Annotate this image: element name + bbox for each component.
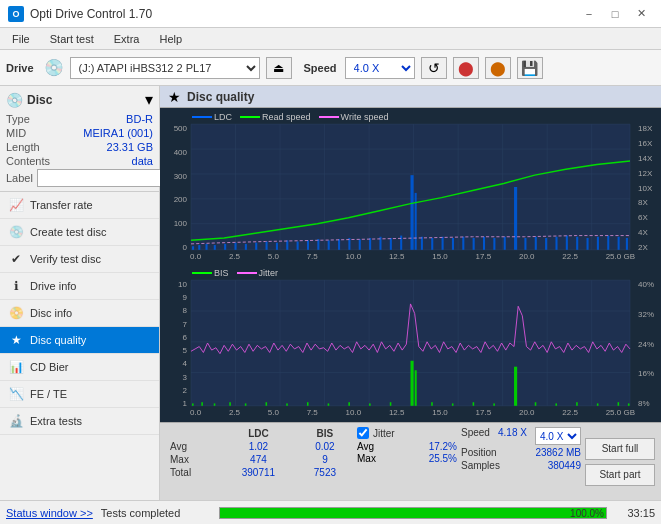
position-row: Position 23862 MB	[461, 447, 581, 458]
fe-te-icon: 📉	[8, 386, 24, 402]
svg-rect-61	[618, 237, 620, 250]
drive-info-label: Drive info	[30, 280, 76, 292]
svg-rect-48	[473, 238, 475, 250]
svg-rect-35	[359, 239, 361, 250]
nav-verify-test-disc[interactable]: ✔ Verify test disc	[0, 246, 159, 273]
drive-select[interactable]: (J:) ATAPI iHBS312 2 PL17	[70, 57, 260, 79]
drive-info-icon: ℹ	[8, 278, 24, 294]
svg-rect-49	[483, 237, 485, 250]
svg-rect-101	[576, 402, 578, 406]
disc-expand-icon[interactable]: ▾	[145, 90, 153, 109]
bis-x-axis: 0.0 2.5 5.0 7.5 10.0 12.5 15.0 17.5 20.0…	[190, 408, 635, 420]
samples-label: Samples	[461, 460, 500, 471]
menu-bar: File Start test Extra Help	[0, 28, 661, 50]
nav-disc-quality[interactable]: ★ Disc quality	[0, 327, 159, 354]
stats-avg-bis: 0.02	[297, 440, 353, 453]
disc-label-input[interactable]	[37, 169, 170, 187]
record-button1[interactable]: ⬤	[453, 57, 479, 79]
speed-info: Speed 4.18 X 4.0 X Position 23862 MB Sam…	[461, 427, 581, 496]
charts-container: LDC Read speed Write speed 500 400 30	[160, 108, 661, 422]
close-button[interactable]: ✕	[629, 4, 653, 24]
disc-header-icon: 💿	[6, 92, 23, 108]
svg-rect-54	[545, 238, 547, 250]
stats-total-label: Total	[166, 466, 220, 479]
create-test-disc-icon: 💿	[8, 224, 24, 240]
nav-drive-info[interactable]: ℹ Drive info	[0, 273, 159, 300]
svg-rect-20	[205, 244, 207, 250]
sidebar: 💿 Disc ▾ Type BD-R MID MEIRA1 (001) Leng…	[0, 86, 160, 500]
svg-rect-52	[524, 238, 526, 250]
svg-rect-99	[535, 402, 537, 406]
svg-rect-22	[224, 244, 226, 250]
nav-fe-te[interactable]: 📉 FE / TE	[0, 381, 159, 408]
svg-rect-96	[473, 402, 475, 406]
drive-icon: 💿	[42, 56, 66, 80]
refresh-button[interactable]: ↺	[421, 57, 447, 79]
svg-rect-90	[369, 403, 371, 405]
ldc-x-axis: 0.0 2.5 5.0 7.5 10.0 12.5 15.0 17.5 20.0…	[190, 252, 635, 264]
stats-col-empty	[166, 427, 220, 440]
disc-header: 💿 Disc ▾	[6, 90, 153, 109]
svg-rect-97	[493, 403, 495, 405]
stats-bar: LDC BIS Avg 1.02 0.02 Max 474	[160, 422, 661, 500]
disc-contents-value: data	[132, 155, 153, 167]
svg-rect-21	[214, 245, 216, 250]
record-button2[interactable]: ⬤	[485, 57, 511, 79]
fe-te-label: FE / TE	[30, 388, 67, 400]
eject-button[interactable]: ⏏	[266, 57, 292, 79]
menu-file[interactable]: File	[4, 31, 38, 47]
svg-rect-104	[628, 403, 630, 405]
svg-rect-93	[415, 370, 417, 406]
minimize-button[interactable]: −	[577, 4, 601, 24]
nav-cd-bier[interactable]: 📊 CD Bier	[0, 354, 159, 381]
svg-rect-18	[192, 246, 194, 250]
start-full-button[interactable]: Start full	[585, 438, 655, 460]
svg-rect-47	[514, 187, 517, 250]
toolbar: Drive 💿 (J:) ATAPI iHBS312 2 PL17 ⏏ Spee…	[0, 50, 661, 86]
maximize-button[interactable]: □	[603, 4, 627, 24]
save-button[interactable]: 💾	[517, 57, 543, 79]
svg-rect-43	[431, 238, 433, 250]
svg-rect-62	[626, 238, 628, 250]
nav-extra-tests[interactable]: 🔬 Extra tests	[0, 408, 159, 435]
svg-rect-24	[245, 244, 247, 250]
svg-rect-103	[618, 402, 620, 406]
svg-rect-41	[400, 236, 402, 250]
svg-rect-45	[452, 238, 454, 250]
nav-disc-info[interactable]: 📀 Disc info	[0, 300, 159, 327]
menu-start-test[interactable]: Start test	[42, 31, 102, 47]
disc-info-icon: 📀	[8, 305, 24, 321]
disc-quality-header-icon: ★	[168, 89, 181, 105]
svg-rect-82	[214, 403, 216, 405]
stats-row-avg: Avg 1.02 0.02	[166, 440, 353, 453]
progress-bar-container: 100.0%	[219, 507, 607, 519]
jitter-section: Jitter Avg 17.2% Max 25.5%	[357, 427, 457, 496]
disc-quality-header: ★ Disc quality	[160, 86, 661, 108]
status-text: Tests completed	[101, 507, 211, 519]
svg-rect-102	[597, 403, 599, 405]
ldc-legend-ldc: LDC	[192, 112, 232, 122]
status-window-button[interactable]: Status window >>	[6, 507, 93, 519]
speed-info-label: Speed	[461, 427, 490, 445]
disc-length-label: Length	[6, 141, 40, 153]
svg-rect-28	[286, 240, 288, 249]
app-icon: O	[8, 6, 24, 22]
svg-rect-36	[369, 238, 371, 250]
app-title: Opti Drive Control 1.70	[30, 7, 152, 21]
svg-rect-94	[431, 402, 433, 406]
speed-info-select[interactable]: 4.0 X	[535, 427, 581, 445]
transfer-rate-icon: 📈	[8, 197, 24, 213]
stats-row-max: Max 474 9	[166, 453, 353, 466]
stats-table: LDC BIS Avg 1.02 0.02 Max 474	[166, 427, 353, 479]
menu-extra[interactable]: Extra	[106, 31, 148, 47]
stats-avg-ldc: 1.02	[220, 440, 297, 453]
nav-transfer-rate[interactable]: 📈 Transfer rate	[0, 192, 159, 219]
create-test-disc-label: Create test disc	[30, 226, 106, 238]
speed-select[interactable]: 4.0 X	[345, 57, 415, 79]
jitter-checkbox[interactable]	[357, 427, 369, 439]
svg-rect-30	[307, 240, 309, 249]
start-part-button[interactable]: Start part	[585, 464, 655, 486]
menu-help[interactable]: Help	[151, 31, 190, 47]
nav-create-test-disc[interactable]: 💿 Create test disc	[0, 219, 159, 246]
stats-row-total: Total 390711 7523	[166, 466, 353, 479]
